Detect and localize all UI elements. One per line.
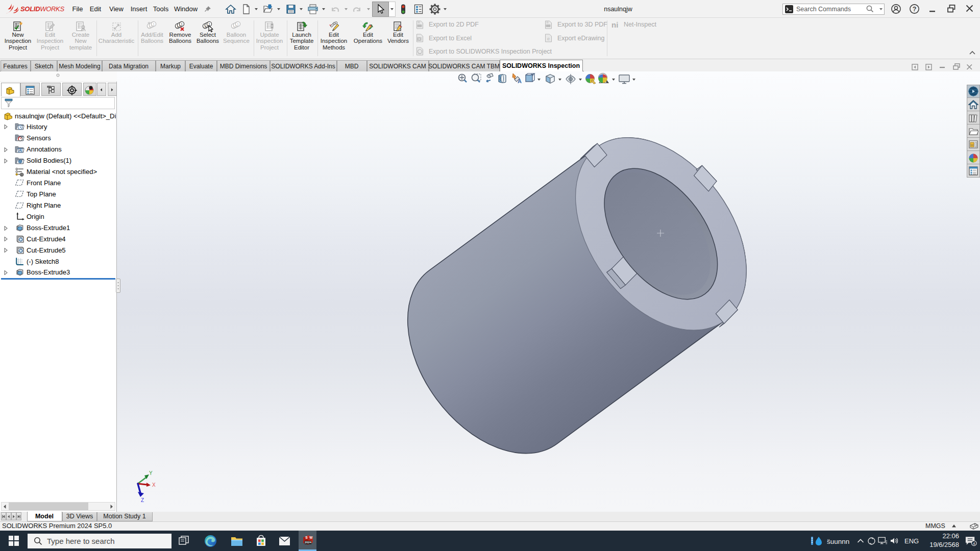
svg-text:e: e — [547, 36, 550, 41]
svg-text:1: 1 — [153, 22, 155, 26]
svg-text:1: 1 — [181, 22, 183, 26]
svg-text:W: W — [309, 536, 313, 539]
svg-text:2024: 2024 — [305, 541, 312, 544]
svg-text:X: X — [152, 482, 156, 488]
svg-text:A: A — [19, 148, 21, 152]
svg-text:?: ? — [913, 6, 917, 13]
svg-text:S: S — [305, 536, 308, 539]
svg-text:4: 4 — [973, 541, 975, 546]
svg-text:A: A — [518, 78, 522, 84]
svg-text:1: 1 — [237, 22, 239, 26]
svg-text:Y: Y — [149, 470, 153, 476]
svg-text:Z: Z — [141, 497, 144, 503]
